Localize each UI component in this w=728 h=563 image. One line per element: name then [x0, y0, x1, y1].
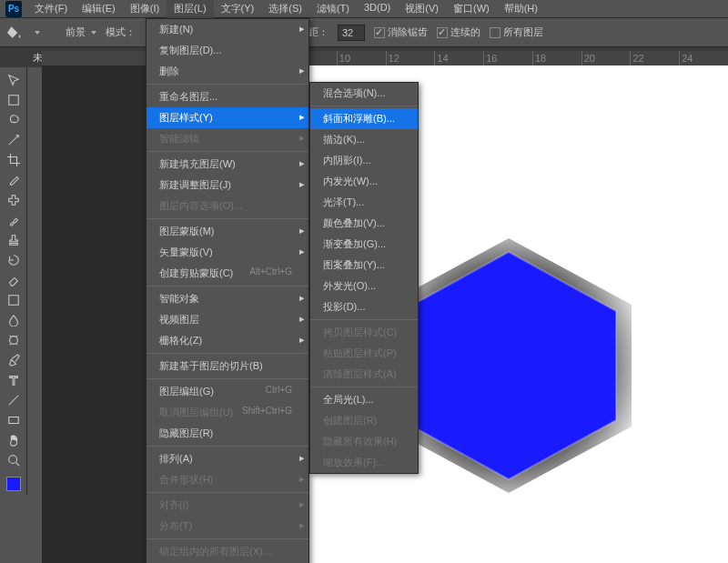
layer-style-item[interactable]: 外发光(O)...: [310, 276, 418, 297]
layer-menu-item[interactable]: 图层蒙版(M): [147, 221, 308, 242]
tolerance-input[interactable]: 32: [338, 25, 365, 41]
menu-item-label: 投影(D)...: [323, 300, 365, 314]
layer-menu-item[interactable]: 新建(N): [147, 19, 308, 40]
marquee-tool[interactable]: [3, 91, 25, 109]
layer-menu-item[interactable]: 栅格化(Z): [147, 330, 308, 351]
foreground-label[interactable]: 前景: [66, 25, 86, 39]
menu-文件(F)[interactable]: 文件(F): [27, 0, 75, 18]
menu-视图(V)[interactable]: 视图(V): [398, 0, 446, 18]
layer-style-item[interactable]: 渐变叠加(G)...: [310, 234, 418, 255]
layer-menu-item[interactable]: 新建调整图层(J): [147, 175, 308, 196]
all-layers-label: 所有图层: [503, 26, 543, 37]
ruler-tick: 18: [532, 51, 581, 65]
crop-tool[interactable]: [3, 151, 25, 169]
zoom-tool[interactable]: [3, 451, 25, 469]
dodge-tool[interactable]: [3, 331, 25, 349]
menu-item-label: 隐藏图层(R): [159, 427, 213, 440]
layer-menu-item[interactable]: 创建剪贴蒙版(C)Alt+Ctrl+G: [147, 263, 308, 284]
layer-menu-item[interactable]: 图层编组(G)Ctrl+G: [147, 381, 308, 402]
menu-shortcut: Shift+Ctrl+G: [242, 406, 292, 419]
layer-style-item[interactable]: 光泽(T)...: [310, 192, 418, 213]
ruler-tick: 16: [483, 51, 532, 65]
menu-窗口(W)[interactable]: 窗口(W): [446, 0, 497, 18]
menu-item-label: 混合选项(N)...: [323, 86, 385, 100]
layer-menu-item: 取消图层编组(U)Shift+Ctrl+G: [147, 402, 308, 423]
menu-separator: [147, 492, 308, 493]
menu-item-label: 图层编组(G): [159, 385, 214, 398]
menu-separator: [147, 286, 308, 287]
menu-item-label: 栅格化(Z): [159, 334, 202, 347]
gradient-tool[interactable]: [3, 291, 25, 309]
hand-tool[interactable]: [3, 431, 25, 449]
layer-style-item[interactable]: 投影(D)...: [310, 297, 418, 317]
layer-style-item: 创建图层(R): [310, 410, 418, 431]
foreground-color-swatch[interactable]: [6, 477, 21, 491]
blur-tool[interactable]: [3, 311, 25, 329]
layer-menu-item[interactable]: 复制图层(D)...: [147, 40, 308, 61]
eyedropper-tool[interactable]: [3, 171, 25, 189]
menu-separator: [310, 387, 418, 387]
layer-style-item[interactable]: 内发光(W)...: [310, 171, 418, 192]
ruler-tick: 22: [630, 51, 679, 65]
menu-item-label: 合并形状(H): [159, 473, 213, 487]
layer-menu-item[interactable]: 矢量蒙版(V): [147, 242, 308, 263]
history-tool[interactable]: [3, 251, 25, 269]
menu-滤镜(T)[interactable]: 滤镜(T): [309, 0, 357, 18]
layer-menu-item[interactable]: 智能对象: [147, 288, 308, 309]
menu-图层(L)[interactable]: 图层(L): [167, 0, 213, 18]
tool-dropdown-icon[interactable]: [35, 31, 40, 35]
menu-item-label: 斜面和浮雕(B)...: [323, 112, 395, 126]
ruler-tick: 14: [434, 51, 483, 65]
menu-帮助(H)[interactable]: 帮助(H): [497, 0, 545, 18]
move-tool[interactable]: [3, 71, 25, 89]
fg-dropdown-icon[interactable]: [91, 31, 96, 35]
contiguous-checkbox[interactable]: [437, 27, 448, 38]
menu-item-label: 渐变叠加(G)...: [323, 237, 386, 251]
layer-menu-item[interactable]: 图层样式(Y): [147, 107, 308, 128]
anti-alias-checkbox[interactable]: [374, 27, 385, 38]
pen-tool[interactable]: [3, 351, 25, 369]
shape-tool[interactable]: [3, 411, 25, 429]
all-layers-checkbox[interactable]: [490, 27, 500, 38]
layer-style-item[interactable]: 颜色叠加(V)...: [310, 213, 418, 234]
layer-menu-item[interactable]: 新建基于图层的切片(B): [147, 356, 308, 377]
layer-menu-item[interactable]: 视频图层: [147, 309, 308, 330]
menu-item-label: 内阴影(I)...: [323, 154, 371, 167]
menu-编辑(E)[interactable]: 编辑(E): [75, 0, 123, 18]
bucket-tool-icon: [7, 25, 24, 41]
menu-item-label: 全局光(L)...: [323, 393, 374, 407]
wand-tool[interactable]: [3, 131, 25, 149]
path-tool[interactable]: [3, 391, 25, 409]
menu-item-label: 创建图层(R): [323, 414, 377, 427]
brush-tool[interactable]: [3, 211, 25, 229]
layer-menu-item[interactable]: 隐藏图层(R): [147, 423, 308, 444]
menu-separator: [310, 106, 418, 106]
heal-tool[interactable]: [3, 191, 25, 209]
layer-style-item[interactable]: 混合选项(N)...: [310, 83, 418, 104]
menu-图像(I)[interactable]: 图像(I): [123, 0, 167, 18]
layer-style-item[interactable]: 图案叠加(Y)...: [310, 255, 418, 276]
menu-separator: [147, 446, 308, 447]
menu-选择(S)[interactable]: 选择(S): [261, 0, 309, 18]
menu-item-label: 锁定组内的所有图层(X)...: [159, 545, 271, 558]
menu-3D(D)[interactable]: 3D(D): [357, 0, 398, 18]
layer-style-item[interactable]: 内阴影(I)...: [310, 150, 418, 171]
layer-menu-item[interactable]: 新建填充图层(W): [147, 154, 308, 175]
layer-style-item[interactable]: 描边(K)...: [310, 129, 418, 150]
layer-menu-item[interactable]: 重命名图层...: [147, 86, 308, 107]
text-tool[interactable]: [3, 371, 25, 389]
layer-menu-item[interactable]: 排列(A): [147, 448, 308, 469]
menu-文字(Y)[interactable]: 文字(Y): [214, 0, 262, 18]
ruler-tick: 24: [679, 51, 728, 65]
menu-item-label: 创建剪贴蒙版(C): [159, 266, 233, 280]
layer-style-item[interactable]: 斜面和浮雕(B)...: [310, 108, 418, 129]
stamp-tool[interactable]: [3, 231, 25, 249]
menu-separator: [147, 84, 308, 85]
menu-item-label: 清除图层样式(A): [323, 367, 397, 381]
menu-item-label: 新建调整图层(J): [159, 178, 231, 192]
layer-style-item[interactable]: 全局光(L)...: [310, 389, 418, 410]
eraser-tool[interactable]: [3, 271, 25, 289]
lasso-tool[interactable]: [3, 111, 25, 129]
menu-item-label: 智能对象: [159, 292, 199, 306]
layer-menu-item[interactable]: 删除: [147, 61, 308, 82]
